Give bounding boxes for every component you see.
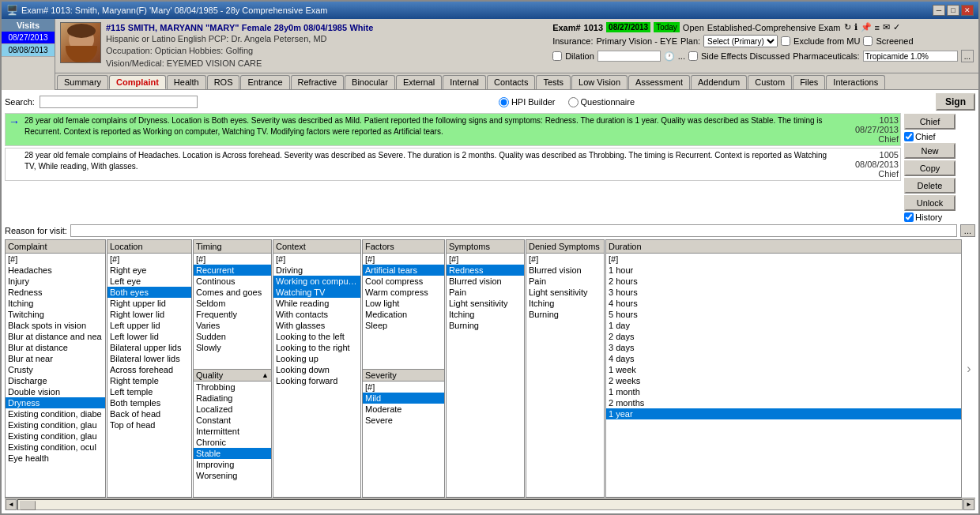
- list-item[interactable]: Looking up: [273, 353, 360, 364]
- list-item[interactable]: Slowly: [194, 342, 271, 353]
- list-item[interactable]: 1 week: [606, 364, 961, 375]
- list-item[interactable]: With contacts: [273, 309, 360, 320]
- hpi-builder-radio-label[interactable]: HPI Builder: [499, 97, 556, 107]
- list-item[interactable]: Existing condition, diabe: [6, 408, 105, 419]
- hpi-builder-radio[interactable]: [499, 97, 509, 107]
- quality-listbox[interactable]: Throbbing Radiating Localized Constant I…: [194, 382, 271, 497]
- info-icon[interactable]: ℹ: [854, 22, 858, 32]
- chief-checkbox[interactable]: [904, 132, 914, 141]
- list-item-working-computer[interactable]: Working on computer: [273, 276, 360, 287]
- list-icon[interactable]: ≡: [875, 23, 880, 32]
- tab-health[interactable]: Health: [167, 75, 206, 89]
- list-item[interactable]: [#]: [363, 382, 444, 393]
- list-item[interactable]: Blurred vision: [526, 265, 604, 276]
- visit-date-2[interactable]: 08/08/2013: [2, 44, 55, 57]
- list-item[interactable]: Right eye: [107, 265, 191, 276]
- list-item[interactable]: 3 hours: [606, 287, 961, 298]
- list-item[interactable]: Twitching: [6, 309, 105, 320]
- list-item[interactable]: Pain: [526, 276, 604, 287]
- envelope-icon[interactable]: ✉: [883, 22, 890, 32]
- history-checkbox[interactable]: [904, 212, 914, 222]
- denied-listbox[interactable]: [#] Blurred vision Pain Light sensitivit…: [526, 254, 604, 497]
- pharma-more-btn[interactable]: ...: [961, 50, 974, 62]
- list-item[interactable]: Radiating: [194, 393, 271, 404]
- list-item[interactable]: Left temple: [107, 386, 191, 397]
- list-item[interactable]: [#]: [273, 254, 360, 265]
- tab-files[interactable]: Files: [793, 75, 825, 89]
- tab-complaint[interactable]: Complaint: [109, 75, 166, 89]
- list-item[interactable]: Intermittent: [194, 426, 271, 437]
- list-item[interactable]: Blur at distance and nea: [6, 331, 105, 342]
- list-item[interactable]: Redness: [6, 287, 105, 298]
- list-item[interactable]: Itching: [526, 298, 604, 309]
- tab-internal[interactable]: Internal: [443, 75, 486, 89]
- list-item[interactable]: While reading: [273, 298, 360, 309]
- exclude-mu-checkbox[interactable]: [781, 36, 790, 46]
- tab-binocular[interactable]: Binocular: [345, 75, 395, 89]
- list-item[interactable]: Looking forward: [273, 375, 360, 386]
- tab-low-vision[interactable]: Low Vision: [571, 75, 628, 89]
- tab-custom[interactable]: Custom: [748, 75, 792, 89]
- list-item[interactable]: Blur at distance: [6, 342, 105, 353]
- list-item[interactable]: Existing condition, glau: [6, 430, 105, 442]
- list-item[interactable]: Continous: [194, 276, 271, 287]
- list-item[interactable]: Both temples: [107, 397, 191, 408]
- list-item[interactable]: Burning: [526, 309, 604, 320]
- list-item[interactable]: 2 hours: [606, 276, 961, 287]
- list-item[interactable]: 2 days: [606, 331, 961, 342]
- sign-button[interactable]: Sign: [936, 93, 975, 111]
- list-item[interactable]: Chronic: [194, 437, 271, 448]
- scroll-track[interactable]: [17, 499, 963, 510]
- list-item[interactable]: Right lower lid: [107, 309, 191, 320]
- list-item[interactable]: [#]: [6, 254, 105, 265]
- list-item[interactable]: Light sensitivity: [526, 287, 604, 298]
- list-item[interactable]: [#]: [526, 254, 604, 265]
- list-item[interactable]: Back of head: [107, 408, 191, 419]
- list-item[interactable]: Itching: [447, 309, 524, 320]
- list-item[interactable]: Cool compress: [363, 276, 444, 287]
- list-item[interactable]: Driving: [273, 265, 360, 276]
- list-item-stable[interactable]: Stable: [194, 448, 271, 459]
- list-item[interactable]: Across forehead: [107, 364, 191, 375]
- tab-external[interactable]: External: [396, 75, 442, 89]
- tab-entrance[interactable]: Entrance: [240, 75, 289, 89]
- list-item[interactable]: Warm compress: [363, 287, 444, 298]
- list-item[interactable]: Black spots in vision: [6, 320, 105, 331]
- list-item[interactable]: Right upper lid: [107, 298, 191, 309]
- list-item[interactable]: Sleep: [363, 320, 444, 331]
- new-button[interactable]: New: [904, 143, 956, 159]
- scroll-right-button[interactable]: ►: [963, 499, 974, 510]
- list-item-redness[interactable]: Redness: [447, 265, 524, 276]
- list-item[interactable]: 2 months: [606, 397, 961, 408]
- list-item[interactable]: With glasses: [273, 320, 360, 331]
- list-item[interactable]: Moderate: [363, 404, 444, 415]
- dilation-time-input[interactable]: [597, 51, 661, 62]
- tab-refractive[interactable]: Refractive: [291, 75, 345, 89]
- minimize-button[interactable]: ─: [933, 5, 945, 16]
- complaint-listbox[interactable]: [#] Headaches Injury Redness Itching Twi…: [6, 254, 105, 497]
- check-icon[interactable]: ✓: [893, 22, 900, 32]
- copy-button[interactable]: Copy: [904, 160, 956, 176]
- location-listbox[interactable]: [#] Right eye Left eye Both eyes Right u…: [107, 254, 191, 497]
- tab-addendum[interactable]: Addendum: [691, 75, 747, 89]
- list-item[interactable]: 4 hours: [606, 298, 961, 309]
- hpi-record-2[interactable]: → 28 year old female complains of Headac…: [5, 148, 901, 181]
- symptoms-listbox[interactable]: [#] Redness Blurred vision Pain Light se…: [447, 254, 524, 497]
- screened-checkbox[interactable]: [863, 36, 873, 46]
- list-item[interactable]: 4 days: [606, 353, 961, 364]
- list-item[interactable]: 1 month: [606, 386, 961, 397]
- list-item[interactable]: Sudden: [194, 331, 271, 342]
- list-item[interactable]: [#]: [107, 254, 191, 265]
- list-item[interactable]: 1 day: [606, 320, 961, 331]
- questionnaire-radio[interactable]: [568, 97, 579, 107]
- chief-button[interactable]: Chief: [904, 114, 956, 130]
- tab-tests[interactable]: Tests: [536, 75, 571, 89]
- list-item[interactable]: Varies: [194, 320, 271, 331]
- list-item[interactable]: Looking down: [273, 364, 360, 375]
- list-item[interactable]: Worsening: [194, 470, 271, 481]
- list-item[interactable]: Looking to the left: [273, 331, 360, 342]
- list-item[interactable]: Constant: [194, 415, 271, 426]
- list-item[interactable]: Light sensitivity: [447, 298, 524, 309]
- list-item-dryness[interactable]: Dryness: [6, 397, 105, 408]
- list-item[interactable]: Itching: [6, 298, 105, 309]
